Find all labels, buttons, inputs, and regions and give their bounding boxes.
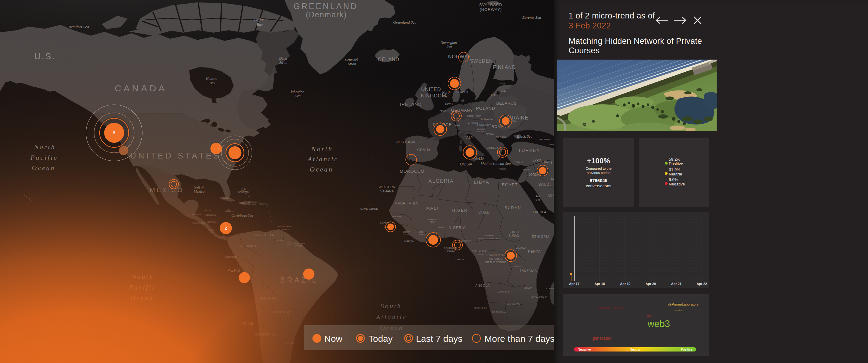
svg-text:2: 2 <box>225 225 227 231</box>
svg-text:8: 8 <box>113 130 115 135</box>
